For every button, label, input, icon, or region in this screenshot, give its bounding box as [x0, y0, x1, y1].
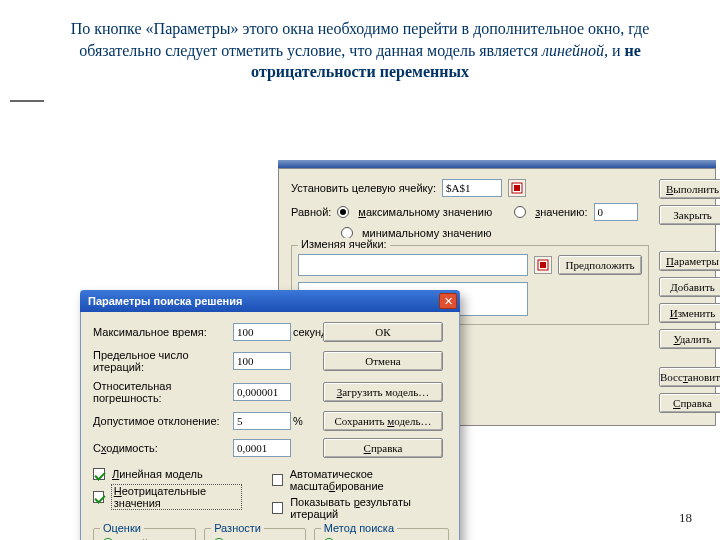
deriv-legend: Разности [211, 522, 264, 534]
convergence-input[interactable] [233, 439, 291, 457]
parameters-dialog: Параметры поиска решения ✕ Максимальное … [80, 290, 460, 540]
tolerance-label: Допустимое отклонение: [93, 415, 233, 427]
convergence-label: Сходимость: [93, 442, 233, 454]
changing-cells-input[interactable] [298, 254, 528, 276]
delete-button[interactable]: Удалить [659, 329, 720, 349]
target-cell-input[interactable] [442, 179, 502, 197]
max-time-input[interactable] [233, 323, 291, 341]
guess-button[interactable]: Предположить [558, 255, 642, 275]
value-input[interactable] [594, 203, 638, 221]
parameters-button[interactable]: Параметры [659, 251, 720, 271]
precision-label: Относительная погрешность: [93, 380, 233, 404]
help-button[interactable]: Справка [659, 393, 720, 413]
refedit-icon-2[interactable] [534, 256, 552, 274]
linear-label: Линейная модель [112, 468, 203, 480]
linear-checkbox[interactable] [93, 468, 105, 480]
changing-label: Изменяя ячейки: [298, 238, 390, 250]
percent-label: % [293, 415, 323, 427]
iterations-label: Предельное число итераций: [93, 349, 233, 373]
showiter-checkbox[interactable] [272, 502, 283, 514]
parameters-titlebar[interactable]: Параметры поиска решения ✕ [80, 290, 460, 312]
svg-rect-3 [540, 262, 546, 268]
showiter-label: Показывать результаты итераций [290, 496, 449, 520]
edit-button[interactable]: Изменить [659, 303, 720, 323]
iterations-input[interactable] [233, 352, 291, 370]
nonneg-checkbox[interactable] [93, 491, 104, 503]
restore-button[interactable]: Восстановить [659, 367, 720, 387]
nonneg-label: Неотрицательные значения [111, 484, 242, 510]
svg-rect-1 [514, 185, 520, 191]
page-number: 18 [679, 510, 692, 526]
estimates-legend: Оценки [100, 522, 144, 534]
refedit-icon[interactable] [508, 179, 526, 197]
target-label: Установить целевую ячейку: [291, 182, 436, 194]
close-icon[interactable]: ✕ [439, 293, 457, 309]
opt-value-label: значению: [535, 206, 587, 218]
autoscale-label: Автоматическое масштабирование [290, 468, 449, 492]
parameters-title: Параметры поиска решения [88, 295, 242, 307]
bullet-rule [10, 100, 44, 102]
estimates-group: Оценки линейная квадратичная [93, 528, 196, 540]
equal-label: Равной: [291, 206, 331, 218]
max-time-label: Максимальное время: [93, 326, 233, 338]
save-button[interactable]: Сохранить модель… [323, 411, 443, 431]
autoscale-checkbox[interactable] [272, 474, 283, 486]
search-group: Метод поиска Ньютона сопряженных градиен… [314, 528, 449, 540]
radio-value[interactable] [514, 206, 526, 218]
seconds-label: секунд [293, 326, 323, 338]
run-button[interactable]: Выполнить [659, 179, 720, 199]
load-button[interactable]: Загрузить модель… [323, 382, 443, 402]
close-button[interactable]: Закрыть [659, 205, 720, 225]
search-legend: Метод поиска [321, 522, 397, 534]
opt-max-label: ммаксимальному значениюаксимальному знач… [358, 206, 492, 218]
deriv-group: Разности прямые центральные [204, 528, 306, 540]
slide-title: По кнопке «Параметры» этого окна необход… [0, 0, 720, 91]
cancel-button[interactable]: Отмена [323, 351, 443, 371]
solver-titlebar [278, 160, 716, 168]
precision-input[interactable] [233, 383, 291, 401]
ok-button[interactable]: ОК [323, 322, 443, 342]
add-button[interactable]: Добавить [659, 277, 720, 297]
help-button-2[interactable]: Справка [323, 438, 443, 458]
radio-max[interactable] [337, 206, 349, 218]
tolerance-input[interactable] [233, 412, 291, 430]
